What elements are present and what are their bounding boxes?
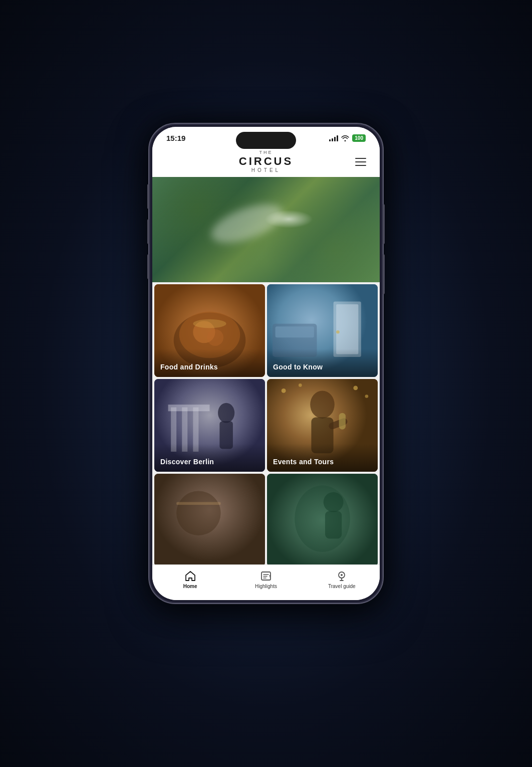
nav-item-travel-guide[interactable]: Travel guide bbox=[324, 570, 359, 589]
nav-item-highlights[interactable]: Highlights bbox=[248, 570, 284, 589]
highlights-icon bbox=[260, 570, 272, 582]
card-good-label: Good to Know bbox=[267, 349, 378, 377]
card-partial-1[interactable] bbox=[154, 474, 265, 564]
hamburger-line-3 bbox=[355, 165, 366, 166]
status-icons: 100 bbox=[329, 134, 366, 142]
hamburger-line-1 bbox=[355, 158, 366, 159]
card-events-label: Events and Tours bbox=[267, 444, 378, 472]
svg-point-24 bbox=[282, 389, 286, 393]
nav-item-home[interactable]: Home bbox=[173, 570, 208, 589]
svg-rect-23 bbox=[339, 413, 346, 430]
logo-circus: CIRCUS bbox=[239, 155, 293, 167]
svg-rect-34 bbox=[325, 511, 342, 538]
card-food-label: Food and Drinks bbox=[154, 349, 265, 377]
svg-rect-30 bbox=[176, 502, 220, 505]
svg-rect-8 bbox=[336, 304, 358, 354]
phone-wrapper: 15:19 100 bbox=[148, 123, 384, 604]
signal-icon bbox=[329, 135, 338, 141]
card-partial2-bg bbox=[267, 474, 378, 564]
hotel-logo: THE CIRCUS Hotel bbox=[239, 150, 293, 173]
card-food-and-drinks[interactable]: Food and Drinks bbox=[154, 284, 265, 377]
card-discover-berlin[interactable]: Discover Berlin bbox=[154, 379, 265, 472]
bottom-nav: Home Highlights bbox=[152, 564, 380, 600]
svg-point-26 bbox=[353, 386, 358, 391]
card-events-and-tours[interactable]: Events and Tours bbox=[267, 379, 378, 472]
battery-badge: 100 bbox=[352, 134, 366, 142]
svg-rect-11 bbox=[276, 326, 314, 337]
status-time: 15:19 bbox=[166, 134, 185, 142]
hamburger-button[interactable] bbox=[352, 153, 370, 171]
svg-point-20 bbox=[310, 391, 335, 419]
cards-grid: Food and Drinks bbox=[152, 282, 380, 564]
svg-point-4 bbox=[207, 329, 223, 346]
svg-point-29 bbox=[176, 491, 220, 535]
app-header: THE CIRCUS Hotel bbox=[152, 145, 380, 177]
hero-image bbox=[152, 177, 380, 282]
home-icon bbox=[184, 570, 196, 582]
hamburger-line-2 bbox=[355, 161, 366, 162]
screen-content[interactable]: THE CIRCUS Hotel bbox=[152, 145, 380, 564]
svg-point-25 bbox=[299, 384, 302, 387]
card-berlin-label: Discover Berlin bbox=[154, 444, 265, 472]
svg-point-41 bbox=[341, 574, 343, 576]
nav-travel-label: Travel guide bbox=[328, 584, 356, 589]
svg-point-5 bbox=[193, 319, 226, 328]
svg-point-9 bbox=[336, 330, 340, 334]
nav-home-label: Home bbox=[183, 584, 197, 589]
wifi-icon bbox=[341, 135, 349, 141]
nav-highlights-label: Highlights bbox=[255, 584, 277, 589]
logo-hotel: Hotel bbox=[251, 167, 281, 173]
svg-point-17 bbox=[218, 403, 234, 423]
svg-point-33 bbox=[324, 492, 344, 512]
phone-screen: 15:19 100 bbox=[152, 127, 380, 600]
dynamic-island bbox=[236, 132, 296, 149]
svg-point-27 bbox=[365, 395, 369, 398]
card-good-to-know[interactable]: Good to Know bbox=[267, 284, 378, 377]
card-partial1-bg bbox=[154, 474, 265, 564]
card-partial-2[interactable] bbox=[267, 474, 378, 564]
travel-guide-icon bbox=[336, 570, 348, 582]
svg-rect-16 bbox=[168, 405, 210, 411]
